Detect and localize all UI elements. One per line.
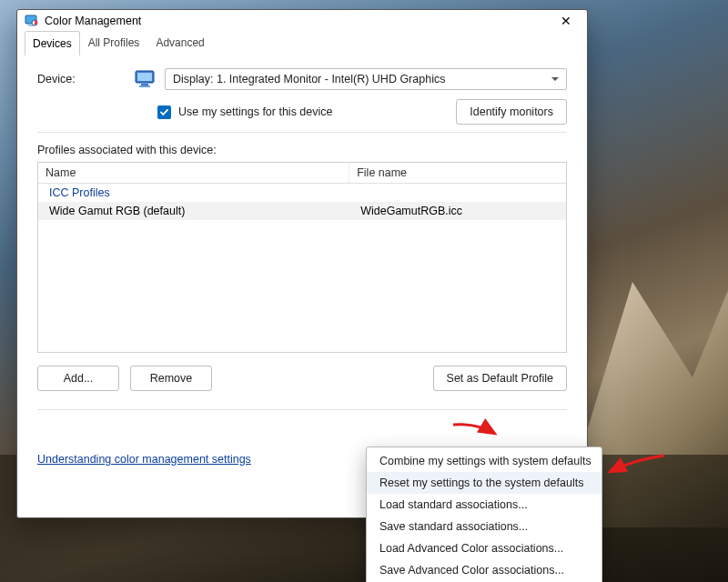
menu-load-standard[interactable]: Load standard associations... [367, 494, 602, 516]
menu-reset[interactable]: Reset my settings to the system defaults [367, 472, 602, 494]
separator [37, 409, 567, 410]
profiles-table[interactable]: Name File name ICC Profiles Wide Gamut R… [37, 162, 567, 353]
table-header: Name File name [38, 163, 566, 184]
device-select-value: Display: 1. Integrated Monitor - Intel(R… [173, 73, 445, 85]
titlebar: Color Management ✕ [17, 10, 587, 30]
use-my-settings-checkbox[interactable] [157, 105, 171, 119]
remove-button[interactable]: Remove [130, 366, 212, 391]
use-my-settings-label: Use my settings for this device [178, 105, 333, 118]
window-title: Color Management [45, 15, 552, 27]
svg-rect-6 [139, 85, 150, 87]
tab-advanced[interactable]: Advanced [147, 30, 212, 55]
tab-all-profiles[interactable]: All Profiles [80, 30, 148, 55]
menu-load-advanced[interactable]: Load Advanced Color associations... [367, 537, 602, 559]
col-file[interactable]: File name [349, 163, 566, 183]
cell-file: WideGamutRGB.icc [349, 202, 566, 220]
group-icc-profiles: ICC Profiles [38, 184, 566, 202]
table-row[interactable]: Wide Gamut RGB (default) WideGamutRGB.ic… [38, 202, 566, 220]
color-management-dialog: Color Management ✕ Devices All Profiles … [16, 9, 588, 518]
window-close-button[interactable]: ✕ [552, 14, 580, 28]
device-select[interactable]: Display: 1. Integrated Monitor - Intel(R… [165, 68, 567, 90]
separator [37, 132, 567, 133]
profiles-dropdown-menu: Combine my settings with system defaults… [366, 447, 602, 582]
monitor-icon [134, 70, 156, 88]
add-button[interactable]: Add... [37, 366, 119, 391]
set-default-button[interactable]: Set as Default Profile [433, 366, 567, 391]
menu-save-advanced[interactable]: Save Advanced Color associations... [367, 559, 602, 581]
tabstrip: Devices All Profiles Advanced [17, 30, 587, 55]
cell-name: Wide Gamut RGB (default) [38, 202, 349, 220]
menu-save-standard[interactable]: Save standard associations... [367, 516, 602, 537]
svg-rect-5 [141, 84, 148, 85]
annotation-arrow-icon [604, 454, 668, 479]
col-name[interactable]: Name [38, 163, 349, 183]
app-icon [25, 14, 39, 28]
help-link[interactable]: Understanding color management settings [37, 453, 251, 466]
tab-devices[interactable]: Devices [25, 31, 80, 55]
device-row: Device: Display: 1. Integrated Monitor -… [37, 68, 567, 90]
svg-rect-4 [137, 73, 152, 81]
identify-monitors-button[interactable]: Identify monitors [456, 99, 567, 125]
menu-combine[interactable]: Combine my settings with system defaults [367, 450, 602, 472]
device-label: Device: [37, 73, 125, 85]
profiles-section-label: Profiles associated with this device: [37, 144, 567, 156]
